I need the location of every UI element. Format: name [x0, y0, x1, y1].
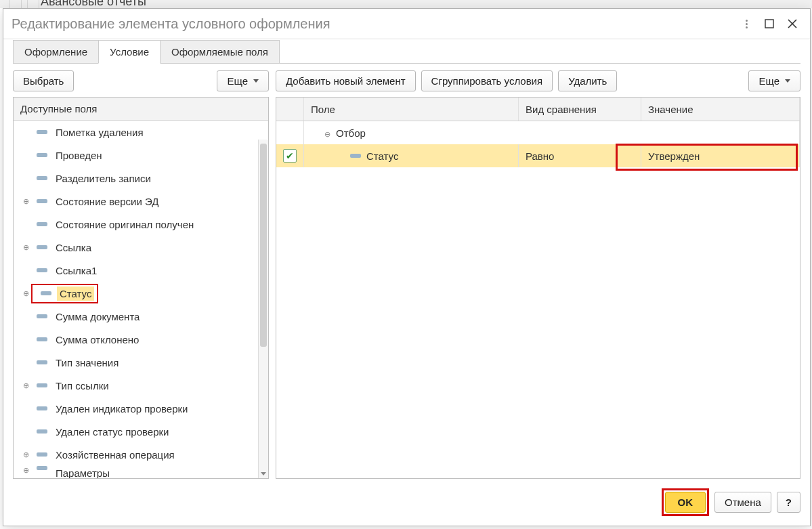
tree-item-label: Разделитель записи [53, 171, 154, 186]
right-more-button[interactable]: Еще [748, 70, 800, 91]
field-icon [37, 130, 47, 134]
group-conditions-button[interactable]: Сгруппировать условия [421, 70, 553, 91]
title-bar: Редактирование элемента условного оформл… [3, 9, 810, 39]
ok-highlight-box: OK [662, 488, 710, 516]
tree-item-label: Статус [57, 287, 94, 301]
col-field[interactable]: Поле [304, 98, 519, 121]
row-field: Статус [366, 150, 398, 162]
conditions-table: Поле Вид сравнения Значение Отбор [276, 97, 800, 479]
maximize-button[interactable] [760, 14, 779, 33]
fwd-nav-icon [27, 0, 39, 8]
tree-item[interactable]: Статус [14, 282, 259, 305]
condition-row[interactable]: Статус Равно Утвержден [276, 144, 800, 167]
collapse-icon[interactable] [324, 127, 336, 139]
tree-item[interactable]: Разделитель записи [14, 167, 259, 190]
more-actions-button[interactable] [737, 14, 756, 33]
tree-item-label: Удален статус проверки [53, 425, 171, 439]
tree-item-label: Ссылка1 [53, 263, 100, 278]
field-icon [37, 153, 47, 157]
tree-item[interactable]: Параметры [14, 466, 259, 478]
caret-down-icon [253, 79, 259, 83]
tree-item[interactable]: Сумма отклонено [14, 328, 259, 351]
field-icon [37, 337, 47, 341]
select-button[interactable]: Выбрать [13, 70, 74, 91]
help-button[interactable]: ? [777, 492, 800, 513]
tree-item-label: Параметры [53, 466, 112, 478]
field-icon [37, 245, 47, 249]
cancel-button[interactable]: Отмена [714, 492, 771, 513]
available-fields-panel: Доступные поля Пометка удаленияПроведенР… [13, 97, 269, 479]
row-checkbox[interactable] [283, 149, 297, 163]
conditions-header-row: Поле Вид сравнения Значение [276, 98, 800, 121]
tab-design[interactable]: Оформление [13, 40, 99, 64]
tree-item-label: Сумма отклонено [53, 333, 142, 347]
col-comparison[interactable]: Вид сравнения [519, 98, 641, 121]
vertical-scrollbar[interactable] [258, 140, 268, 478]
tree-item-label: Тип значения [53, 356, 121, 370]
tree-item-label: Ссылка [53, 240, 94, 255]
content-area: Выбрать Еще Доступные поля Пометка удале… [3, 64, 810, 479]
tree-item-label: Состояние версии ЭД [53, 194, 161, 209]
col-checkbox [276, 98, 304, 121]
expand-icon[interactable] [20, 466, 31, 475]
right-more-label: Еще [758, 75, 779, 87]
tree-item[interactable]: Состояние оригинал получен [14, 213, 259, 236]
field-icon [37, 406, 47, 410]
tabs-bar: Оформление Условие Оформляемые поля [3, 39, 810, 63]
tree-item[interactable]: Удален статус проверки [14, 420, 259, 443]
expand-icon[interactable] [20, 243, 31, 252]
tree-item-label: Состояние оригинал получен [53, 217, 196, 232]
dialog-title: Редактирование элемента условного оформл… [12, 16, 733, 32]
scrollbar-thumb[interactable] [260, 144, 267, 347]
tree-item[interactable]: Пометка удаления [14, 121, 259, 144]
field-icon [37, 176, 47, 180]
tree-item[interactable]: Сумма документа [14, 305, 259, 328]
dialog-footer: OK Отмена ? [3, 479, 810, 526]
field-icon [37, 429, 47, 433]
tree-item[interactable]: Проведен [14, 144, 259, 167]
available-fields-pane: Выбрать Еще Доступные поля Пометка удале… [13, 70, 269, 479]
expand-icon[interactable] [20, 289, 31, 298]
field-icon [37, 452, 47, 457]
row-comparison: Равно [526, 150, 554, 162]
close-button[interactable] [783, 14, 802, 33]
expand-icon[interactable] [20, 381, 31, 390]
field-icon [37, 268, 47, 272]
tree-item-label: Пометка удаления [53, 125, 146, 140]
svg-rect-0 [765, 20, 773, 28]
field-icon [41, 291, 51, 295]
tree-item[interactable]: Ссылка [14, 236, 259, 259]
tree-item-label: Сумма документа [53, 310, 142, 324]
expand-icon[interactable] [20, 450, 31, 459]
background-window: Авансовые отчеты [0, 0, 812, 8]
tree-item[interactable]: Ссылка1 [14, 259, 259, 282]
group-label: Отбор [336, 127, 366, 139]
conditions-pane: Добавить новый элемент Сгруппировать усл… [276, 70, 800, 479]
field-highlight-box: Статус [31, 284, 98, 303]
tab-fields[interactable]: Оформляемые поля [160, 40, 280, 64]
tree-item[interactable]: Состояние версии ЭД [14, 190, 259, 213]
fields-tree[interactable]: Пометка удаленияПроведенРазделитель запи… [14, 121, 268, 478]
tree-item[interactable]: Удален индикатор проверки [14, 397, 259, 420]
tree-item[interactable]: Тип ссылки [14, 374, 259, 397]
scroll-down-icon[interactable] [259, 469, 268, 478]
add-element-button[interactable]: Добавить новый элемент [276, 70, 416, 91]
delete-button[interactable]: Удалить [558, 70, 617, 91]
left-more-button[interactable]: Еще [217, 70, 269, 91]
filter-group-row[interactable]: Отбор [276, 121, 800, 144]
row-value: Утвержден [648, 150, 700, 162]
col-value[interactable]: Значение [641, 98, 800, 121]
tree-item-label: Удален индикатор проверки [53, 402, 190, 416]
conditions-body: Отбор Статус [276, 121, 800, 478]
field-icon [37, 466, 47, 470]
tab-condition[interactable]: Условие [98, 40, 161, 64]
field-icon [37, 222, 47, 226]
tree-item-label: Хозяйственная операция [53, 448, 177, 462]
ok-button[interactable]: OK [665, 492, 706, 513]
left-toolbar: Выбрать Еще [13, 70, 269, 91]
left-more-label: Еще [227, 75, 248, 87]
expand-icon[interactable] [20, 197, 31, 206]
tree-item[interactable]: Хозяйственная операция [14, 443, 259, 466]
tree-item[interactable]: Тип значения [14, 351, 259, 374]
field-icon [350, 154, 361, 158]
